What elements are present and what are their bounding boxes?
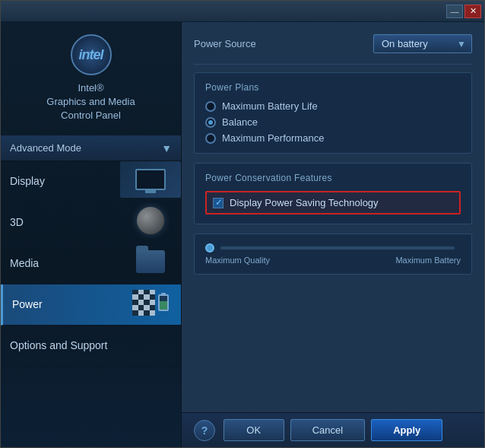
close-button[interactable]: ✕	[464, 5, 481, 18]
checkbox-label: Display Power Saving Technology	[230, 197, 379, 208]
radio-label-max-battery: Maximum Battery Life	[222, 100, 318, 112]
power-source-row: Power Source On battery Plugged in ▼	[194, 34, 472, 53]
quality-slider-section: Maximum Quality Maximum Battery	[194, 234, 472, 275]
power-plans-title: Power Plans	[205, 82, 461, 93]
slider-label-right: Maximum Battery	[395, 256, 461, 265]
checkmark-icon: ✓	[215, 199, 222, 207]
mode-label: Advanced Mode	[10, 142, 81, 154]
sidebar-item-options[interactable]: Options and Support	[1, 326, 181, 367]
intel-logo: intel	[71, 34, 112, 75]
checkered-flag-icon	[132, 290, 155, 316]
battery-icon	[158, 294, 169, 311]
slider-label-left: Maximum Quality	[205, 256, 270, 265]
display-power-saving-checkbox[interactable]: ✓ Display Power Saving Technology	[205, 191, 461, 214]
slider-handle[interactable]	[205, 243, 214, 253]
folder-icon	[136, 250, 165, 273]
radio-label-balance: Balance	[222, 116, 258, 128]
main-content: intel Intel®Graphics and MediaControl Pa…	[1, 22, 484, 447]
radio-maximum-battery[interactable]: Maximum Battery Life	[205, 100, 461, 112]
media-thumbnail	[120, 243, 181, 280]
right-panel: Power Source On battery Plugged in ▼ Pow	[182, 22, 484, 412]
sidebar-item-display[interactable]: Display	[1, 161, 181, 202]
help-button[interactable]: ?	[194, 420, 215, 441]
right-panel-wrapper: Power Source On battery Plugged in ▼ Pow	[182, 22, 484, 447]
power-source-select-wrapper[interactable]: On battery Plugged in ▼	[373, 34, 472, 53]
content-area: Power Source On battery Plugged in ▼ Pow	[182, 22, 484, 412]
sidebar-item-power[interactable]: Power	[1, 284, 181, 326]
sidebar-title: Intel®Graphics and MediaControl Panel	[46, 81, 135, 123]
power-conservation-section: Power Conservation Features ✓ Display Po…	[194, 163, 472, 224]
sidebar-item-3d[interactable]: 3D	[1, 202, 181, 243]
slider-row	[205, 243, 461, 253]
monitor-icon	[135, 169, 166, 190]
power-plans-section: Power Plans Maximum Battery Life Balance	[194, 72, 472, 154]
button-group: OK Cancel Apply	[223, 419, 443, 441]
radio-max-performance[interactable]: Maximum Performance	[205, 132, 461, 144]
minimize-button[interactable]: —	[446, 5, 463, 18]
display-thumbnail	[120, 161, 181, 198]
ok-button[interactable]: OK	[223, 419, 284, 441]
power-plans-radio-group: Maximum Battery Life Balance Maximum Per…	[205, 100, 461, 144]
power-source-select[interactable]: On battery Plugged in	[373, 34, 472, 53]
sidebar-item-media[interactable]: Media	[1, 243, 181, 284]
power-thumbnail	[120, 284, 181, 321]
radio-circle-max-performance[interactable]	[205, 133, 216, 144]
slider-labels: Maximum Quality Maximum Battery	[205, 256, 461, 265]
divider-1	[194, 64, 472, 65]
radio-label-max-performance: Maximum Performance	[222, 132, 324, 144]
checkbox-box[interactable]: ✓	[213, 198, 223, 208]
mode-arrow-icon: ▼	[161, 142, 172, 154]
sidebar: intel Intel®Graphics and MediaControl Pa…	[1, 22, 182, 447]
slider-track[interactable]	[220, 246, 455, 249]
radio-circle-max-battery[interactable]	[205, 101, 216, 112]
power-source-label: Power Source	[194, 38, 256, 49]
titlebar: — ✕	[1, 1, 484, 22]
radio-circle-balance[interactable]	[205, 117, 216, 128]
sidebar-header: intel Intel®Graphics and MediaControl Pa…	[1, 22, 181, 136]
main-window: — ✕ intel Intel®Graphics and MediaContro…	[0, 0, 485, 448]
mode-selector[interactable]: Advanced Mode ▼	[1, 136, 181, 161]
apply-button[interactable]: Apply	[371, 419, 442, 441]
3d-thumbnail	[120, 202, 181, 239]
power-conservation-title: Power Conservation Features	[205, 173, 461, 183]
radio-balance[interactable]: Balance	[205, 116, 461, 128]
sphere-icon	[137, 207, 164, 234]
cancel-button[interactable]: Cancel	[290, 419, 365, 441]
bottom-bar: ? OK Cancel Apply	[182, 412, 484, 447]
